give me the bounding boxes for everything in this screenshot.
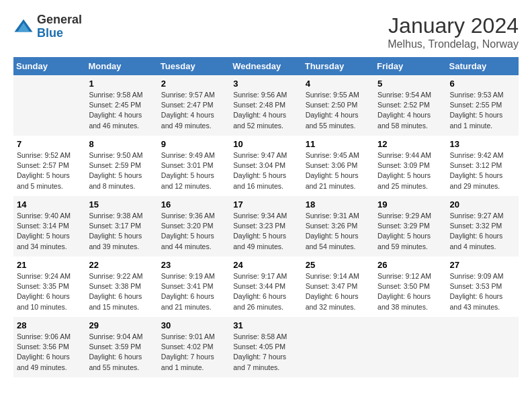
day-info: Sunrise: 9:04 AM Sunset: 3:59 PM Dayligh…: [89, 332, 154, 373]
cell-w1-d0: 7Sunrise: 9:52 AM Sunset: 2:57 PM Daylig…: [13, 136, 85, 196]
cell-w4-d5: [374, 317, 446, 377]
day-info: Sunrise: 9:40 AM Sunset: 3:14 PM Dayligh…: [17, 211, 82, 252]
logo-general: General: [37, 13, 82, 27]
cell-w2-d6: 20Sunrise: 9:27 AM Sunset: 3:32 PM Dayli…: [447, 196, 519, 257]
title-block: January 2024 Melhus, Trondelag, Norway: [388, 13, 519, 50]
day-number: 18: [306, 199, 371, 210]
cell-w2-d3: 17Sunrise: 9:34 AM Sunset: 3:23 PM Dayli…: [230, 196, 302, 257]
day-info: Sunrise: 9:36 AM Sunset: 3:20 PM Dayligh…: [161, 211, 226, 252]
day-info: Sunrise: 8:58 AM Sunset: 4:05 PM Dayligh…: [233, 332, 298, 373]
day-info: Sunrise: 9:57 AM Sunset: 2:47 PM Dayligh…: [161, 90, 226, 131]
cell-w1-d6: 13Sunrise: 9:42 AM Sunset: 3:12 PM Dayli…: [447, 136, 519, 196]
day-number: 17: [233, 199, 298, 210]
week-row-2: 7Sunrise: 9:52 AM Sunset: 2:57 PM Daylig…: [13, 136, 519, 196]
cell-w2-d0: 14Sunrise: 9:40 AM Sunset: 3:14 PM Dayli…: [13, 196, 85, 257]
cell-w2-d2: 16Sunrise: 9:36 AM Sunset: 3:20 PM Dayli…: [158, 196, 230, 257]
day-number: 2: [161, 79, 226, 89]
header-friday: Friday: [374, 57, 446, 75]
cell-w3-d3: 24Sunrise: 9:17 AM Sunset: 3:44 PM Dayli…: [230, 257, 302, 317]
day-info: Sunrise: 9:44 AM Sunset: 3:09 PM Dayligh…: [378, 150, 443, 191]
day-number: 24: [233, 260, 298, 270]
day-info: Sunrise: 9:29 AM Sunset: 3:29 PM Dayligh…: [378, 211, 443, 252]
day-number: 31: [233, 320, 298, 330]
cell-w3-d4: 25Sunrise: 9:14 AM Sunset: 3:47 PM Dayli…: [302, 257, 374, 317]
cell-w0-d3: 3Sunrise: 9:56 AM Sunset: 2:48 PM Daylig…: [230, 75, 302, 136]
day-info: Sunrise: 9:01 AM Sunset: 4:02 PM Dayligh…: [161, 332, 226, 373]
logo: General Blue: [13, 13, 82, 40]
cell-w2-d5: 19Sunrise: 9:29 AM Sunset: 3:29 PM Dayli…: [374, 196, 446, 257]
cell-w3-d5: 26Sunrise: 9:12 AM Sunset: 3:50 PM Dayli…: [374, 257, 446, 317]
cell-w4-d4: [302, 317, 374, 377]
day-number: 5: [378, 79, 443, 89]
day-number: 3: [233, 79, 298, 89]
cell-w3-d6: 27Sunrise: 9:09 AM Sunset: 3:53 PM Dayli…: [447, 257, 519, 317]
logo-text: General Blue: [37, 13, 82, 40]
week-row-4: 21Sunrise: 9:24 AM Sunset: 3:35 PM Dayli…: [13, 257, 519, 317]
day-number: 29: [89, 320, 154, 330]
cell-w2-d1: 15Sunrise: 9:38 AM Sunset: 3:17 PM Dayli…: [85, 196, 157, 257]
day-number: 13: [450, 139, 515, 149]
day-number: 7: [17, 139, 82, 149]
day-info: Sunrise: 9:56 AM Sunset: 2:48 PM Dayligh…: [233, 90, 298, 131]
day-info: Sunrise: 9:54 AM Sunset: 2:52 PM Dayligh…: [378, 90, 443, 131]
cell-w1-d4: 11Sunrise: 9:45 AM Sunset: 3:06 PM Dayli…: [302, 136, 374, 196]
day-info: Sunrise: 9:09 AM Sunset: 3:53 PM Dayligh…: [450, 271, 515, 312]
header-tuesday: Tuesday: [158, 57, 230, 75]
header-monday: Monday: [85, 57, 157, 75]
cell-w4-d3: 31Sunrise: 8:58 AM Sunset: 4:05 PM Dayli…: [230, 317, 302, 377]
day-number: 15: [89, 199, 154, 210]
day-number: 25: [306, 260, 371, 270]
day-number: 20: [450, 199, 515, 210]
cell-w4-d1: 29Sunrise: 9:04 AM Sunset: 3:59 PM Dayli…: [85, 317, 157, 377]
cell-w0-d2: 2Sunrise: 9:57 AM Sunset: 2:47 PM Daylig…: [158, 75, 230, 136]
cell-w0-d5: 5Sunrise: 9:54 AM Sunset: 2:52 PM Daylig…: [374, 75, 446, 136]
day-info: Sunrise: 9:49 AM Sunset: 3:01 PM Dayligh…: [161, 150, 226, 191]
cell-w3-d0: 21Sunrise: 9:24 AM Sunset: 3:35 PM Dayli…: [13, 257, 85, 317]
day-number: 10: [233, 139, 298, 149]
day-info: Sunrise: 9:19 AM Sunset: 3:41 PM Dayligh…: [161, 271, 226, 312]
cell-w4-d2: 30Sunrise: 9:01 AM Sunset: 4:02 PM Dayli…: [158, 317, 230, 377]
calendar-table: Sunday Monday Tuesday Wednesday Thursday…: [13, 57, 519, 377]
calendar-body: 1Sunrise: 9:58 AM Sunset: 2:45 PM Daylig…: [13, 75, 519, 377]
location-title: Melhus, Trondelag, Norway: [388, 38, 519, 50]
day-info: Sunrise: 9:45 AM Sunset: 3:06 PM Dayligh…: [306, 150, 371, 191]
day-number: 27: [450, 260, 515, 270]
day-info: Sunrise: 9:27 AM Sunset: 3:32 PM Dayligh…: [450, 211, 515, 252]
day-info: Sunrise: 9:55 AM Sunset: 2:50 PM Dayligh…: [306, 90, 371, 131]
day-number: 21: [17, 260, 82, 270]
day-info: Sunrise: 9:24 AM Sunset: 3:35 PM Dayligh…: [17, 271, 82, 312]
day-number: 8: [89, 139, 154, 149]
day-info: Sunrise: 9:58 AM Sunset: 2:45 PM Dayligh…: [89, 90, 154, 131]
cell-w0-d4: 4Sunrise: 9:55 AM Sunset: 2:50 PM Daylig…: [302, 75, 374, 136]
day-number: 4: [306, 79, 371, 89]
header-thursday: Thursday: [302, 57, 374, 75]
week-row-3: 14Sunrise: 9:40 AM Sunset: 3:14 PM Dayli…: [13, 196, 519, 257]
week-row-5: 28Sunrise: 9:06 AM Sunset: 3:56 PM Dayli…: [13, 317, 519, 377]
day-info: Sunrise: 9:53 AM Sunset: 2:55 PM Dayligh…: [450, 90, 515, 131]
day-number: 12: [378, 139, 443, 149]
day-number: 6: [450, 79, 515, 89]
cell-w3-d1: 22Sunrise: 9:22 AM Sunset: 3:38 PM Dayli…: [85, 257, 157, 317]
week-row-1: 1Sunrise: 9:58 AM Sunset: 2:45 PM Daylig…: [13, 75, 519, 136]
header-saturday: Saturday: [447, 57, 519, 75]
cell-w4-d0: 28Sunrise: 9:06 AM Sunset: 3:56 PM Dayli…: [13, 317, 85, 377]
logo-icon: [13, 17, 34, 37]
logo-blue: Blue: [37, 27, 82, 40]
header-row: Sunday Monday Tuesday Wednesday Thursday…: [13, 57, 519, 75]
cell-w0-d0: [13, 75, 85, 136]
day-info: Sunrise: 9:34 AM Sunset: 3:23 PM Dayligh…: [233, 211, 298, 252]
day-number: 23: [161, 260, 226, 270]
day-info: Sunrise: 9:31 AM Sunset: 3:26 PM Dayligh…: [306, 211, 371, 252]
cell-w0-d1: 1Sunrise: 9:58 AM Sunset: 2:45 PM Daylig…: [85, 75, 157, 136]
day-info: Sunrise: 9:17 AM Sunset: 3:44 PM Dayligh…: [233, 271, 298, 312]
day-info: Sunrise: 9:06 AM Sunset: 3:56 PM Dayligh…: [17, 332, 82, 373]
cell-w1-d1: 8Sunrise: 9:50 AM Sunset: 2:59 PM Daylig…: [85, 136, 157, 196]
day-number: 14: [17, 199, 82, 210]
month-title: January 2024: [388, 13, 519, 38]
day-info: Sunrise: 9:14 AM Sunset: 3:47 PM Dayligh…: [306, 271, 371, 312]
day-info: Sunrise: 9:52 AM Sunset: 2:57 PM Dayligh…: [17, 150, 82, 191]
day-number: 22: [89, 260, 154, 270]
day-info: Sunrise: 9:12 AM Sunset: 3:50 PM Dayligh…: [378, 271, 443, 312]
day-number: 11: [306, 139, 371, 149]
cell-w0-d6: 6Sunrise: 9:53 AM Sunset: 2:55 PM Daylig…: [447, 75, 519, 136]
